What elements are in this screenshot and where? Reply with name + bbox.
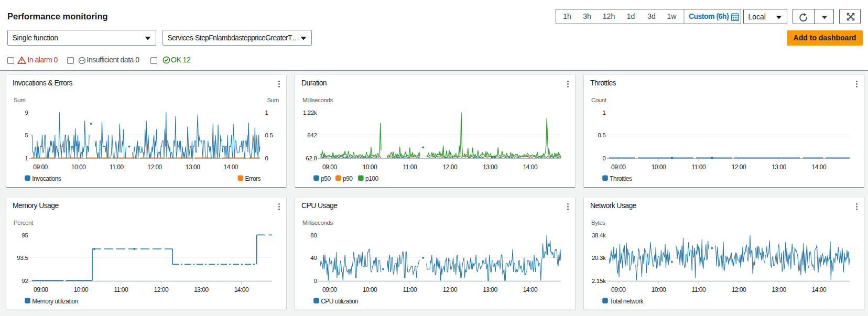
svg-text:11:00: 11:00 (692, 164, 706, 171)
svg-text:642: 642 (307, 132, 317, 138)
svg-text:14:00: 14:00 (523, 286, 538, 293)
svg-text:Count: Count (591, 97, 607, 103)
svg-text:11:00: 11:00 (110, 164, 124, 171)
svg-text:0: 0 (603, 155, 606, 161)
svg-text:Throttles: Throttles (590, 79, 616, 87)
svg-text:Custom (6h): Custom (6h) (688, 12, 728, 20)
svg-text:1: 1 (25, 155, 28, 161)
svg-text:p100: p100 (365, 175, 378, 182)
svg-text:0: 0 (265, 155, 268, 161)
svg-text:p50: p50 (321, 175, 331, 182)
svg-text:12:00: 12:00 (732, 164, 746, 171)
svg-text:10:00: 10:00 (363, 286, 377, 293)
svg-text:14:00: 14:00 (812, 286, 827, 293)
svg-text:14:00: 14:00 (812, 164, 827, 171)
svg-text:10:00: 10:00 (652, 286, 666, 293)
svg-text:Bytes: Bytes (591, 220, 605, 226)
svg-text:Invocations & Errors: Invocations & Errors (13, 79, 73, 87)
svg-text:12:00: 12:00 (154, 286, 169, 293)
svg-text:0: 0 (313, 278, 317, 284)
svg-text:13:00: 13:00 (483, 164, 497, 171)
svg-text:12:00: 12:00 (147, 164, 162, 171)
svg-text:1: 1 (603, 110, 606, 116)
svg-text:Duration: Duration (301, 79, 327, 87)
svg-text:12h: 12h (602, 12, 614, 20)
svg-text:09:00: 09:00 (322, 164, 337, 171)
svg-text:1: 1 (265, 110, 268, 116)
svg-text:14:00: 14:00 (224, 164, 238, 171)
svg-text:Percent: Percent (14, 220, 34, 226)
svg-text:3d: 3d (647, 12, 656, 20)
svg-text:80: 80 (310, 232, 317, 238)
svg-text:93.5: 93.5 (17, 255, 28, 261)
svg-text:9: 9 (25, 110, 28, 116)
svg-text:20.3k: 20.3k (592, 255, 606, 261)
svg-text:Errors: Errors (245, 175, 261, 182)
svg-text:38.4k: 38.4k (592, 232, 606, 238)
svg-text:10:00: 10:00 (74, 286, 89, 293)
svg-text:Milliseconds: Milliseconds (302, 220, 333, 226)
svg-text:10:00: 10:00 (363, 164, 377, 171)
svg-text:12:00: 12:00 (732, 286, 746, 293)
svg-text:CPU utilization: CPU utilization (321, 298, 358, 305)
svg-text:13:00: 13:00 (483, 286, 497, 293)
svg-text:0.5: 0.5 (598, 132, 606, 138)
svg-text:09:00: 09:00 (34, 286, 48, 293)
svg-text:Throttles: Throttles (610, 175, 632, 182)
svg-text:11:00: 11:00 (692, 286, 706, 293)
svg-text:Sum: Sum (14, 97, 25, 103)
svg-text:13:00: 13:00 (186, 164, 200, 171)
svg-text:11:00: 11:00 (403, 164, 417, 171)
svg-text:95: 95 (21, 232, 28, 238)
svg-text:09:00: 09:00 (322, 286, 337, 293)
svg-text:5: 5 (25, 132, 28, 138)
svg-text:92: 92 (21, 278, 28, 284)
svg-text:Total network: Total network (610, 298, 644, 305)
svg-text:62.8: 62.8 (306, 155, 317, 161)
svg-text:Milliseconds: Milliseconds (302, 97, 333, 103)
svg-text:14:00: 14:00 (234, 286, 249, 293)
svg-text:12:00: 12:00 (443, 164, 458, 171)
svg-text:11:00: 11:00 (403, 286, 417, 293)
svg-text:1.22k: 1.22k (303, 110, 317, 116)
svg-text:3h: 3h (583, 12, 591, 20)
svg-text:11:00: 11:00 (114, 286, 128, 293)
svg-text:1h: 1h (563, 12, 571, 20)
svg-text:13:00: 13:00 (772, 286, 786, 293)
svg-text:Invocations: Invocations (32, 175, 61, 182)
svg-text:12:00: 12:00 (443, 286, 458, 293)
svg-text:13:00: 13:00 (194, 286, 209, 293)
svg-text:p90: p90 (343, 175, 353, 182)
svg-text:Memory utilization: Memory utilization (32, 298, 78, 305)
svg-text:1w: 1w (667, 12, 677, 20)
svg-text:Memory Usage: Memory Usage (13, 201, 59, 210)
svg-text:13:00: 13:00 (772, 164, 786, 171)
svg-text:Network Usage: Network Usage (590, 201, 637, 210)
svg-text:1d: 1d (626, 12, 635, 20)
svg-text:09:00: 09:00 (611, 164, 626, 171)
svg-text:Sum: Sum (267, 97, 279, 103)
svg-text:10:00: 10:00 (71, 164, 86, 171)
svg-text:40: 40 (310, 255, 317, 261)
svg-text:14:00: 14:00 (523, 164, 538, 171)
svg-text:CPU Usage: CPU Usage (301, 201, 338, 210)
svg-text:2.15k: 2.15k (592, 278, 606, 284)
svg-text:09:00: 09:00 (611, 286, 626, 293)
svg-text:10:00: 10:00 (652, 164, 666, 171)
svg-text:0.5: 0.5 (265, 132, 273, 138)
svg-text:09:00: 09:00 (33, 164, 48, 171)
